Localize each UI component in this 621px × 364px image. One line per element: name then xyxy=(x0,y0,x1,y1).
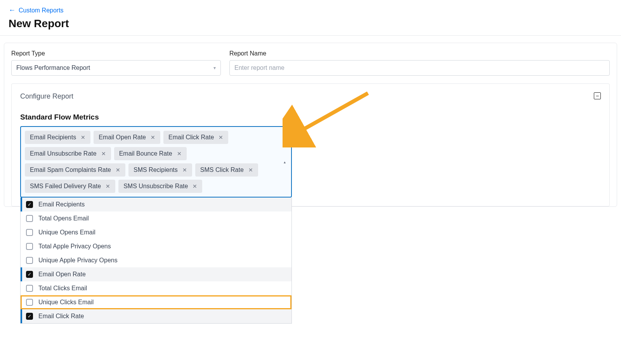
remove-chip-icon[interactable]: ✕ xyxy=(81,135,85,140)
checkbox-icon xyxy=(26,243,33,250)
metric-chip: SMS Click Rate✕ xyxy=(195,163,258,177)
breadcrumb-label: Custom Reports xyxy=(19,7,64,14)
metric-chip-label: SMS Click Rate xyxy=(200,167,244,173)
metric-option-label: Email Open Rate xyxy=(38,271,86,278)
page-header: ← Custom Reports New Report xyxy=(0,0,621,36)
report-name-col: Report Name xyxy=(229,50,610,76)
checkbox-icon xyxy=(26,215,33,222)
configure-title: Configure Report xyxy=(20,92,73,101)
checkbox-icon xyxy=(26,285,33,292)
remove-chip-icon[interactable]: ✕ xyxy=(182,167,187,173)
metric-chip-label: Email Spam Complaints Rate xyxy=(30,167,111,173)
report-type-label: Report Type xyxy=(11,50,221,57)
checkbox-icon xyxy=(26,271,33,278)
remove-chip-icon[interactable]: ✕ xyxy=(219,135,223,140)
collapse-toggle[interactable]: − xyxy=(594,92,601,99)
remove-chip-icon[interactable]: ✕ xyxy=(177,151,182,156)
chevron-up-icon: ▴ xyxy=(284,160,286,164)
metric-chip: Email Unsubscribe Rate✕ xyxy=(25,147,111,160)
metric-chip-label: SMS Unsubscribe Rate xyxy=(123,183,188,189)
metric-option-label: Total Apple Privacy Opens xyxy=(38,243,111,250)
standard-flow-metrics-title: Standard Flow Metrics xyxy=(20,113,601,121)
metric-chip-label: Email Bounce Rate xyxy=(119,151,172,157)
metric-chip-label: SMS Failed Delivery Rate xyxy=(30,183,101,189)
metrics-selected-box[interactable]: Email Recipients✕Email Open Rate✕Email C… xyxy=(20,126,292,198)
report-name-label: Report Name xyxy=(229,50,610,57)
metric-chip: SMS Recipients✕ xyxy=(128,163,192,177)
metric-chip-label: Email Unsubscribe Rate xyxy=(30,151,97,157)
metric-chip-label: Email Open Rate xyxy=(99,134,146,140)
remove-chip-icon[interactable]: ✕ xyxy=(101,151,106,156)
remove-chip-icon[interactable]: ✕ xyxy=(193,184,197,189)
metrics-multiselect: Email Recipients✕Email Open Rate✕Email C… xyxy=(20,126,292,198)
report-name-input[interactable] xyxy=(229,60,610,76)
checkbox-icon xyxy=(26,299,33,306)
metric-chip-label: SMS Recipients xyxy=(134,167,178,173)
metric-option[interactable]: Unique Apple Privacy Opens xyxy=(21,253,291,267)
back-arrow-icon: ← xyxy=(9,7,16,14)
configure-report-block: Configure Report − Standard Flow Metrics… xyxy=(11,83,610,206)
metric-chip-label: Email Recipients xyxy=(30,134,76,140)
metric-option-label: Unique Clicks Email xyxy=(38,299,94,306)
checkbox-icon xyxy=(26,313,33,320)
metric-option-label: Total Clicks Email xyxy=(38,285,87,292)
report-type-select[interactable]: Flows Performance Report ▾ xyxy=(11,60,221,76)
metric-option[interactable]: Total Opens Email xyxy=(21,211,291,225)
metric-chip: Email Open Rate✕ xyxy=(94,131,160,144)
metric-option[interactable]: Total Apple Privacy Opens xyxy=(21,239,291,253)
metric-chip: Email Spam Complaints Rate✕ xyxy=(25,163,125,177)
metric-option[interactable]: Email Recipients xyxy=(21,198,291,211)
metric-option[interactable]: Total Clicks Email xyxy=(21,281,291,295)
metric-chip: Email Recipients✕ xyxy=(25,131,90,144)
metric-option-label: Total Opens Email xyxy=(38,215,89,222)
metric-option[interactable]: Unique Opens Email xyxy=(21,225,291,239)
metric-option[interactable]: Unique Clicks Email xyxy=(21,295,291,309)
metric-chip: SMS Unsubscribe Rate✕ xyxy=(118,180,202,193)
metric-option-label: Unique Apple Privacy Opens xyxy=(38,257,118,264)
panel-wrap: Report Type Flows Performance Report ▾ R… xyxy=(0,43,621,207)
checkbox-icon xyxy=(26,257,33,264)
metric-chip: SMS Failed Delivery Rate✕ xyxy=(25,180,115,193)
checkbox-icon xyxy=(26,229,33,236)
configure-header: Configure Report − xyxy=(20,92,601,101)
metric-option-label: Email Recipients xyxy=(38,201,85,208)
form-panel: Report Type Flows Performance Report ▾ R… xyxy=(4,43,617,207)
checkbox-icon xyxy=(26,201,33,208)
remove-chip-icon[interactable]: ✕ xyxy=(151,135,155,140)
report-type-col: Report Type Flows Performance Report ▾ xyxy=(11,50,221,76)
remove-chip-icon[interactable]: ✕ xyxy=(248,167,253,173)
minus-icon: − xyxy=(596,93,599,99)
metric-chip: Email Click Rate✕ xyxy=(163,131,228,144)
remove-chip-icon[interactable]: ✕ xyxy=(116,167,120,173)
breadcrumb-link[interactable]: ← Custom Reports xyxy=(9,7,64,14)
metric-option-label: Email Click Rate xyxy=(38,313,84,320)
page-title: New Report xyxy=(9,17,612,30)
metrics-options-list: Email RecipientsTotal Opens EmailUnique … xyxy=(20,198,292,324)
form-row: Report Type Flows Performance Report ▾ R… xyxy=(11,50,610,76)
metric-option[interactable]: Email Click Rate xyxy=(21,309,291,323)
report-type-selected-value: Flows Performance Report xyxy=(16,64,90,71)
chevron-down-icon: ▾ xyxy=(213,65,216,71)
metric-chip: Email Bounce Rate✕ xyxy=(114,147,187,160)
metric-option-label: Unique Opens Email xyxy=(38,229,95,236)
remove-chip-icon[interactable]: ✕ xyxy=(106,184,110,189)
metric-chip-label: Email Click Rate xyxy=(168,134,214,140)
metric-option[interactable]: Email Open Rate xyxy=(21,267,291,281)
